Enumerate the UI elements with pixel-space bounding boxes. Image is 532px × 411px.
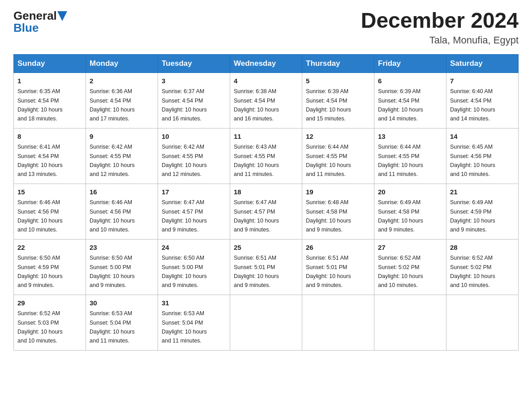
day-number: 31 (162, 298, 226, 308)
logo-triangle-icon (57, 11, 67, 21)
day-info: Sunrise: 6:46 AMSunset: 4:56 PMDaylight:… (17, 199, 63, 233)
day-number: 21 (450, 187, 515, 197)
day-info: Sunrise: 6:49 AMSunset: 4:58 PMDaylight:… (378, 199, 423, 233)
calendar-week-row: 22 Sunrise: 6:50 AMSunset: 4:59 PMDaylig… (14, 239, 519, 295)
day-info: Sunrise: 6:50 AMSunset: 5:00 PMDaylight:… (90, 255, 135, 288)
calendar-week-row: 29 Sunrise: 6:52 AMSunset: 5:03 PMDaylig… (14, 295, 519, 350)
day-info: Sunrise: 6:41 AMSunset: 4:54 PMDaylight:… (17, 144, 63, 177)
day-info: Sunrise: 6:39 AMSunset: 4:54 PMDaylight:… (306, 88, 351, 122)
calendar-cell: 20 Sunrise: 6:49 AMSunset: 4:58 PMDaylig… (374, 184, 446, 239)
calendar-cell (446, 295, 519, 350)
day-info: Sunrise: 6:44 AMSunset: 4:55 PMDaylight:… (306, 144, 351, 177)
calendar-cell: 21 Sunrise: 6:49 AMSunset: 4:59 PMDaylig… (446, 184, 519, 239)
day-info: Sunrise: 6:42 AMSunset: 4:55 PMDaylight:… (162, 144, 207, 177)
calendar-cell (230, 295, 302, 350)
calendar-cell: 8 Sunrise: 6:41 AMSunset: 4:54 PMDayligh… (14, 128, 86, 184)
calendar-cell: 12 Sunrise: 6:44 AMSunset: 4:55 PMDaylig… (302, 128, 374, 184)
day-info: Sunrise: 6:43 AMSunset: 4:55 PMDaylight:… (234, 144, 279, 177)
day-number: 28 (450, 243, 515, 253)
day-info: Sunrise: 6:37 AMSunset: 4:54 PMDaylight:… (162, 88, 207, 122)
calendar-cell: 16 Sunrise: 6:46 AMSunset: 4:56 PMDaylig… (86, 184, 158, 239)
day-info: Sunrise: 6:53 AMSunset: 5:04 PMDaylight:… (162, 310, 207, 344)
calendar-cell: 6 Sunrise: 6:39 AMSunset: 4:54 PMDayligh… (374, 73, 446, 128)
weekday-header-sunday: Sunday (14, 54, 86, 73)
calendar-cell: 29 Sunrise: 6:52 AMSunset: 5:03 PMDaylig… (14, 295, 86, 350)
day-number: 26 (306, 243, 370, 253)
calendar-cell: 4 Sunrise: 6:38 AMSunset: 4:54 PMDayligh… (230, 73, 302, 128)
day-number: 5 (306, 76, 370, 86)
logo: General Blue (13, 9, 68, 35)
calendar-cell: 22 Sunrise: 6:50 AMSunset: 4:59 PMDaylig… (14, 239, 86, 295)
day-number: 4 (234, 76, 298, 86)
calendar-cell (302, 295, 374, 350)
weekday-header-row: SundayMondayTuesdayWednesdayThursdayFrid… (14, 54, 519, 73)
calendar-cell: 26 Sunrise: 6:51 AMSunset: 5:01 PMDaylig… (302, 239, 374, 295)
day-number: 2 (90, 76, 154, 86)
calendar-week-row: 8 Sunrise: 6:41 AMSunset: 4:54 PMDayligh… (14, 128, 519, 184)
day-number: 20 (378, 187, 442, 197)
calendar-title: December 2024 (361, 9, 519, 33)
weekday-header-tuesday: Tuesday (158, 54, 230, 73)
day-info: Sunrise: 6:36 AMSunset: 4:54 PMDaylight:… (90, 88, 135, 122)
calendar-cell: 19 Sunrise: 6:48 AMSunset: 4:58 PMDaylig… (302, 184, 374, 239)
day-info: Sunrise: 6:51 AMSunset: 5:01 PMDaylight:… (234, 255, 279, 288)
day-number: 23 (90, 243, 154, 253)
day-info: Sunrise: 6:40 AMSunset: 4:54 PMDaylight:… (450, 88, 495, 122)
day-info: Sunrise: 6:52 AMSunset: 5:03 PMDaylight:… (17, 310, 63, 344)
logo-blue-text: Blue (13, 21, 39, 35)
day-info: Sunrise: 6:39 AMSunset: 4:54 PMDaylight:… (378, 88, 423, 122)
calendar-cell: 17 Sunrise: 6:47 AMSunset: 4:57 PMDaylig… (158, 184, 230, 239)
calendar-cell: 2 Sunrise: 6:36 AMSunset: 4:54 PMDayligh… (86, 73, 158, 128)
day-number: 22 (17, 243, 82, 253)
weekday-header-wednesday: Wednesday (230, 54, 302, 73)
day-number: 10 (162, 132, 226, 142)
calendar-cell: 11 Sunrise: 6:43 AMSunset: 4:55 PMDaylig… (230, 128, 302, 184)
day-info: Sunrise: 6:46 AMSunset: 4:56 PMDaylight:… (90, 199, 135, 233)
calendar-cell: 14 Sunrise: 6:45 AMSunset: 4:56 PMDaylig… (446, 128, 519, 184)
weekday-header-monday: Monday (86, 54, 158, 73)
day-number: 30 (90, 298, 154, 308)
day-number: 24 (162, 243, 226, 253)
day-number: 3 (162, 76, 226, 86)
weekday-header-thursday: Thursday (302, 54, 374, 73)
day-number: 11 (234, 132, 298, 142)
day-number: 29 (17, 298, 82, 308)
day-number: 12 (306, 132, 370, 142)
calendar-cell: 24 Sunrise: 6:50 AMSunset: 5:00 PMDaylig… (158, 239, 230, 295)
calendar-week-row: 15 Sunrise: 6:46 AMSunset: 4:56 PMDaylig… (14, 184, 519, 239)
calendar-cell: 9 Sunrise: 6:42 AMSunset: 4:55 PMDayligh… (86, 128, 158, 184)
calendar-cell: 1 Sunrise: 6:35 AMSunset: 4:54 PMDayligh… (14, 73, 86, 128)
day-info: Sunrise: 6:53 AMSunset: 5:04 PMDaylight:… (90, 310, 135, 344)
day-info: Sunrise: 6:44 AMSunset: 4:55 PMDaylight:… (378, 144, 423, 177)
calendar-cell: 15 Sunrise: 6:46 AMSunset: 4:56 PMDaylig… (14, 184, 86, 239)
calendar-cell: 5 Sunrise: 6:39 AMSunset: 4:54 PMDayligh… (302, 73, 374, 128)
calendar-cell: 7 Sunrise: 6:40 AMSunset: 4:54 PMDayligh… (446, 73, 519, 128)
calendar-week-row: 1 Sunrise: 6:35 AMSunset: 4:54 PMDayligh… (14, 73, 519, 128)
day-number: 13 (378, 132, 442, 142)
calendar-cell: 28 Sunrise: 6:52 AMSunset: 5:02 PMDaylig… (446, 239, 519, 295)
day-number: 9 (90, 132, 154, 142)
day-info: Sunrise: 6:48 AMSunset: 4:58 PMDaylight:… (306, 199, 351, 233)
calendar-cell: 25 Sunrise: 6:51 AMSunset: 5:01 PMDaylig… (230, 239, 302, 295)
calendar-cell: 18 Sunrise: 6:47 AMSunset: 4:57 PMDaylig… (230, 184, 302, 239)
calendar-cell: 31 Sunrise: 6:53 AMSunset: 5:04 PMDaylig… (158, 295, 230, 350)
day-number: 8 (17, 132, 82, 142)
day-info: Sunrise: 6:50 AMSunset: 5:00 PMDaylight:… (162, 255, 207, 288)
calendar-subtitle: Tala, Monufia, Egypt (361, 34, 519, 46)
day-number: 18 (234, 187, 298, 197)
day-number: 14 (450, 132, 515, 142)
day-number: 19 (306, 187, 370, 197)
day-info: Sunrise: 6:52 AMSunset: 5:02 PMDaylight:… (450, 255, 495, 288)
day-info: Sunrise: 6:52 AMSunset: 5:02 PMDaylight:… (378, 255, 423, 288)
day-info: Sunrise: 6:35 AMSunset: 4:54 PMDaylight:… (17, 88, 63, 122)
day-info: Sunrise: 6:50 AMSunset: 4:59 PMDaylight:… (17, 255, 63, 288)
day-info: Sunrise: 6:45 AMSunset: 4:56 PMDaylight:… (450, 144, 495, 177)
weekday-header-friday: Friday (374, 54, 446, 73)
day-number: 25 (234, 243, 298, 253)
calendar-cell: 3 Sunrise: 6:37 AMSunset: 4:54 PMDayligh… (158, 73, 230, 128)
calendar-cell (374, 295, 446, 350)
page-header: General Blue December 2024 Tala, Monufia… (13, 9, 519, 46)
day-number: 17 (162, 187, 226, 197)
calendar-cell: 13 Sunrise: 6:44 AMSunset: 4:55 PMDaylig… (374, 128, 446, 184)
calendar-cell: 30 Sunrise: 6:53 AMSunset: 5:04 PMDaylig… (86, 295, 158, 350)
